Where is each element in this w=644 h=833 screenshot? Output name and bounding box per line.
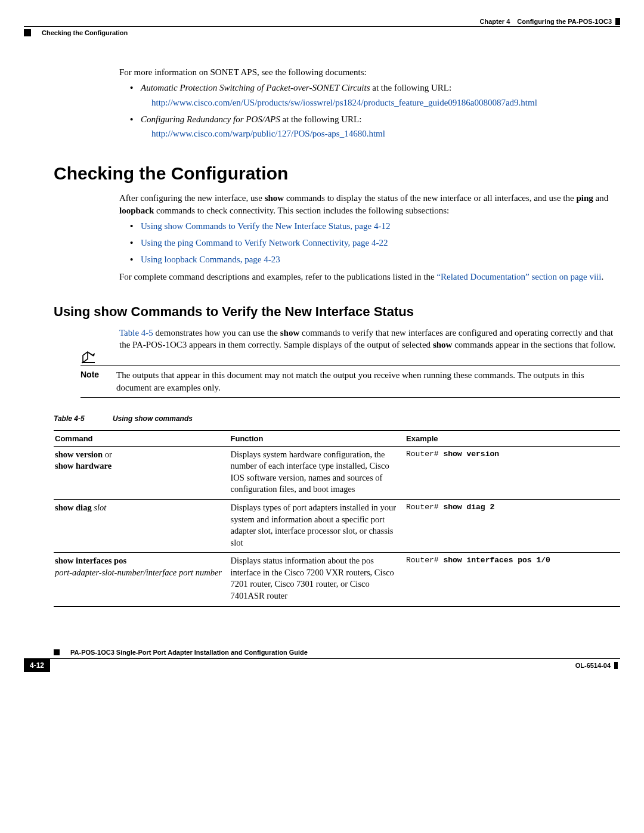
header-top: Chapter 4 Configuring the PA-POS-1OC3 bbox=[24, 18, 620, 26]
note-icon bbox=[80, 351, 96, 364]
header-rule-end bbox=[615, 18, 620, 25]
footer: PA-POS-1OC3 Single-Port Port Adapter Ins… bbox=[24, 649, 620, 672]
show-commands-table: Command Function Example show version or… bbox=[54, 430, 620, 607]
table-caption: Table 4-5 Using show commands bbox=[54, 414, 620, 423]
checking-link-1-item: Using show Commands to Verify the New In… bbox=[130, 220, 620, 232]
header-sub: Checking the Configuration bbox=[24, 26, 620, 36]
chapter-label: Chapter 4 bbox=[480, 18, 510, 25]
note-label: Note bbox=[80, 369, 99, 380]
checking-paragraph: After configuring the new interface, use… bbox=[119, 192, 620, 216]
page-number-badge: 4-12 bbox=[24, 659, 50, 672]
table-caption-number: Table 4-5 bbox=[54, 414, 85, 423]
table-caption-text: Using show commands bbox=[113, 414, 193, 423]
checking-para2: For complete command descriptions and ex… bbox=[119, 271, 620, 283]
intro-paragraph: For more information on SONET APS, see t… bbox=[119, 66, 620, 78]
footer-doc-id: OL-6514-04 bbox=[575, 662, 611, 669]
table-reference-link[interactable]: Table 4-5 bbox=[119, 328, 153, 337]
intro-bullet-2-tail: at the following URL: bbox=[280, 114, 362, 124]
checking-link-3[interactable]: Using loopback Commands, page 4-23 bbox=[141, 255, 280, 264]
related-docs-link[interactable]: “Related Documentation” section on page … bbox=[436, 272, 601, 281]
intro-bullet-2-title: Configuring Redundancy for POS/APS bbox=[141, 114, 280, 124]
intro-bullet-1: Automatic Protection Switching of Packet… bbox=[130, 82, 620, 109]
footer-guide-title: PA-POS-1OC3 Single-Port Port Adapter Ins… bbox=[70, 649, 308, 656]
chapter-title: Configuring the PA-POS-1OC3 bbox=[517, 18, 612, 25]
intro-bullet-1-url[interactable]: http://www.cisco.com/en/US/products/sw/i… bbox=[151, 98, 537, 107]
th-function: Function bbox=[230, 431, 405, 447]
checking-link-2-item: Using the ping Command to Verify Network… bbox=[130, 237, 620, 249]
table-row: show interfaces pos port-adapter-slot-nu… bbox=[54, 553, 620, 606]
note-text: The outputs that appear in this document… bbox=[116, 369, 620, 394]
table-row: show version or show hardware Displays s… bbox=[54, 446, 620, 499]
checking-link-1[interactable]: Using show Commands to Verify the New In… bbox=[141, 221, 390, 231]
checking-link-2[interactable]: Using the ping Command to Verify Network… bbox=[141, 238, 388, 247]
intro-bullet-1-title: Automatic Protection Switching of Packet… bbox=[141, 83, 370, 92]
footer-bullet-square bbox=[54, 649, 60, 655]
intro-bullet-1-tail: at the following URL: bbox=[370, 83, 452, 92]
heading-checking-configuration: Checking the Configuration bbox=[54, 163, 620, 184]
checking-link-3-item: Using loopback Commands, page 4-23 bbox=[130, 253, 620, 265]
th-command: Command bbox=[54, 431, 230, 447]
intro-bullet-2: Configuring Redundancy for POS/APS at th… bbox=[130, 113, 620, 140]
table-row: show diag slot Displays types of port ad… bbox=[54, 500, 620, 553]
heading-using-show-commands: Using show Commands to Verify the New In… bbox=[54, 304, 620, 320]
th-example: Example bbox=[405, 431, 620, 447]
h2-body-paragraph: Table 4-5 demonstrates how you can use t… bbox=[119, 327, 620, 351]
header-bullet-square bbox=[24, 29, 31, 36]
note-block: Note The outputs that appear in this doc… bbox=[80, 365, 620, 398]
header-section-title: Checking the Configuration bbox=[42, 29, 128, 36]
footer-rule-end bbox=[614, 662, 618, 669]
intro-bullet-2-url[interactable]: http://www.cisco.com/warp/public/127/POS… bbox=[151, 129, 385, 138]
